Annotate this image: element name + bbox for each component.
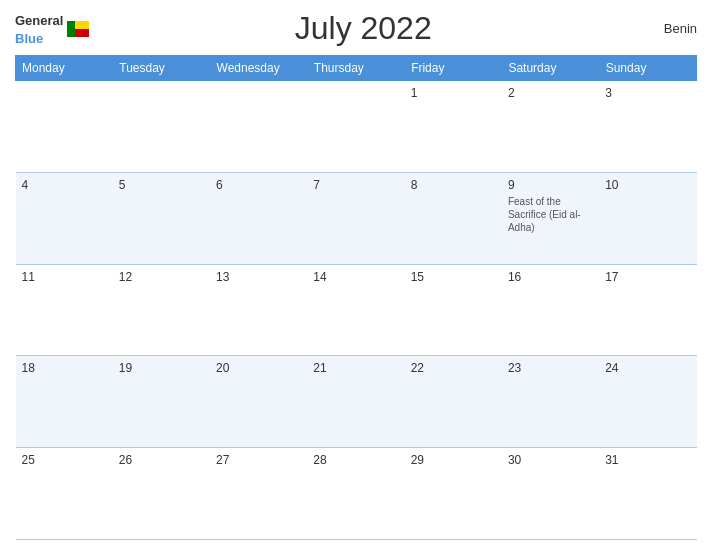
- day-number: 11: [22, 270, 107, 284]
- calendar-cell: 12: [113, 264, 210, 356]
- calendar-cell: 26: [113, 448, 210, 540]
- day-number: 24: [605, 361, 690, 375]
- calendar-cell: 19: [113, 356, 210, 448]
- day-number: 31: [605, 453, 690, 467]
- calendar-week-row: 18192021222324: [16, 356, 697, 448]
- calendar-cell: [210, 81, 307, 173]
- day-number: 12: [119, 270, 204, 284]
- day-number: 13: [216, 270, 301, 284]
- col-wednesday: Wednesday: [210, 56, 307, 81]
- logo: General Blue: [15, 11, 89, 47]
- day-number: 27: [216, 453, 301, 467]
- calendar-cell: 27: [210, 448, 307, 540]
- calendar-cell: 14: [307, 264, 404, 356]
- day-number: 18: [22, 361, 107, 375]
- calendar-cell: 20: [210, 356, 307, 448]
- day-number: 16: [508, 270, 593, 284]
- calendar-cell: 18: [16, 356, 113, 448]
- calendar-cell: 11: [16, 264, 113, 356]
- calendar-cell: 6: [210, 172, 307, 264]
- calendar-cell: 23: [502, 356, 599, 448]
- calendar-cell: 10: [599, 172, 696, 264]
- col-friday: Friday: [405, 56, 502, 81]
- calendar-cell: 4: [16, 172, 113, 264]
- calendar-cell: 16: [502, 264, 599, 356]
- calendar-title: July 2022: [89, 10, 637, 47]
- calendar-cell: 28: [307, 448, 404, 540]
- event-text: Feast of the Sacrifice (Eid al-Adha): [508, 195, 593, 234]
- logo-blue: Blue: [15, 31, 43, 46]
- calendar-cell: 29: [405, 448, 502, 540]
- day-number: 14: [313, 270, 398, 284]
- day-number: 1: [411, 86, 496, 100]
- day-number: 17: [605, 270, 690, 284]
- calendar-cell: 1: [405, 81, 502, 173]
- calendar-cell: 24: [599, 356, 696, 448]
- calendar-week-row: 123: [16, 81, 697, 173]
- calendar-cell: 17: [599, 264, 696, 356]
- day-number: 28: [313, 453, 398, 467]
- calendar-table: Monday Tuesday Wednesday Thursday Friday…: [15, 55, 697, 540]
- calendar-cell: 7: [307, 172, 404, 264]
- day-number: 19: [119, 361, 204, 375]
- col-monday: Monday: [16, 56, 113, 81]
- day-number: 26: [119, 453, 204, 467]
- calendar-cell: 22: [405, 356, 502, 448]
- day-number: 5: [119, 178, 204, 192]
- day-number: 3: [605, 86, 690, 100]
- day-number: 21: [313, 361, 398, 375]
- calendar-week-row: 25262728293031: [16, 448, 697, 540]
- col-tuesday: Tuesday: [113, 56, 210, 81]
- day-number: 7: [313, 178, 398, 192]
- calendar-week-row: 11121314151617: [16, 264, 697, 356]
- calendar-cell: 9Feast of the Sacrifice (Eid al-Adha): [502, 172, 599, 264]
- day-number: 20: [216, 361, 301, 375]
- day-number: 25: [22, 453, 107, 467]
- day-number: 22: [411, 361, 496, 375]
- header-row: Monday Tuesday Wednesday Thursday Friday…: [16, 56, 697, 81]
- logo-general: General: [15, 13, 63, 28]
- day-number: 23: [508, 361, 593, 375]
- calendar-cell: 25: [16, 448, 113, 540]
- svg-rect-1: [75, 21, 89, 29]
- calendar-cell: [307, 81, 404, 173]
- day-number: 9: [508, 178, 593, 192]
- calendar-cell: 30: [502, 448, 599, 540]
- svg-rect-2: [75, 29, 89, 37]
- logo-flag-icon: [67, 21, 89, 37]
- calendar-header: General Blue July 2022 Benin: [15, 10, 697, 47]
- col-thursday: Thursday: [307, 56, 404, 81]
- col-saturday: Saturday: [502, 56, 599, 81]
- calendar-cell: [16, 81, 113, 173]
- calendar-cell: 3: [599, 81, 696, 173]
- day-number: 4: [22, 178, 107, 192]
- day-number: 2: [508, 86, 593, 100]
- day-number: 15: [411, 270, 496, 284]
- day-number: 10: [605, 178, 690, 192]
- calendar-cell: 13: [210, 264, 307, 356]
- calendar-page: General Blue July 2022 Benin Monday Tues…: [0, 0, 712, 550]
- calendar-cell: 15: [405, 264, 502, 356]
- day-number: 6: [216, 178, 301, 192]
- calendar-cell: 5: [113, 172, 210, 264]
- calendar-cell: 2: [502, 81, 599, 173]
- day-number: 29: [411, 453, 496, 467]
- day-number: 30: [508, 453, 593, 467]
- calendar-cell: [113, 81, 210, 173]
- calendar-cell: 21: [307, 356, 404, 448]
- col-sunday: Sunday: [599, 56, 696, 81]
- logo-text: General Blue: [15, 11, 63, 47]
- calendar-week-row: 456789Feast of the Sacrifice (Eid al-Adh…: [16, 172, 697, 264]
- svg-rect-0: [67, 21, 75, 37]
- calendar-cell: 8: [405, 172, 502, 264]
- calendar-cell: 31: [599, 448, 696, 540]
- day-number: 8: [411, 178, 496, 192]
- country-label: Benin: [637, 21, 697, 36]
